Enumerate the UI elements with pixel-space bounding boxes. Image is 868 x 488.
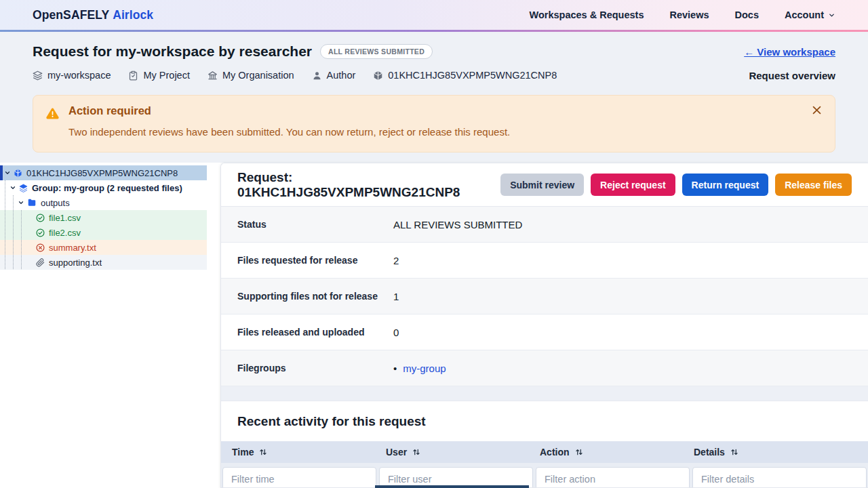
- tree-item-file2[interactable]: file2.csv: [0, 225, 207, 240]
- view-workspace-link[interactable]: ← View workspace: [744, 46, 835, 58]
- reject-request-button[interactable]: Reject request: [591, 174, 675, 196]
- bank-icon: [208, 70, 218, 81]
- nav-account-menu[interactable]: Account: [785, 9, 835, 20]
- close-icon: [811, 104, 823, 116]
- tree-indent-guide: [5, 180, 5, 269]
- detail-row-files-released: Files released and uploaded 0: [221, 314, 868, 350]
- nav-reviews[interactable]: Reviews: [669, 9, 709, 20]
- tree-item-summary[interactable]: summary.txt: [0, 240, 207, 255]
- tree-indent-guide: [21, 210, 22, 269]
- layers-icon: [19, 184, 28, 192]
- top-navbar: OpenSAFELYAirlock Workspaces & Requests …: [0, 0, 868, 30]
- detail-row-files-requested: Files requested for release 2: [221, 243, 868, 279]
- page-title: Request for my-workspace by researcher: [33, 43, 312, 60]
- brand-logo[interactable]: OpenSAFELYAirlock: [33, 8, 153, 22]
- column-header-user[interactable]: User: [375, 447, 529, 458]
- submit-review-button[interactable]: Submit review: [500, 174, 584, 196]
- return-request-button[interactable]: Return request: [682, 174, 769, 196]
- alert-message: Two independent reviews have been submit…: [68, 126, 510, 138]
- nav-account-label: Account: [785, 9, 824, 20]
- cube-icon: [14, 169, 22, 178]
- below-fold-row-fragment: [375, 485, 529, 488]
- alert-close-button[interactable]: [808, 101, 825, 119]
- activity-filter-row: [221, 463, 868, 488]
- request-overview-card: Request: 01KHC1HJG85VXPMP5WNG21CNP8 Subm…: [220, 163, 868, 488]
- alert-title: Action required: [68, 104, 151, 117]
- column-header-details[interactable]: Details: [683, 447, 868, 458]
- nav-workspaces-requests[interactable]: Workspaces & Requests: [530, 9, 644, 20]
- bullet: •: [393, 363, 397, 374]
- request-meta-row: my-workspace My Project My Organisation …: [33, 70, 557, 81]
- filter-action-input[interactable]: [536, 467, 690, 488]
- file-tree: 01KHC1HJG85VXPMP5WNG21CNP8 Group: my-gro…: [0, 165, 207, 270]
- chevron-down-icon: [828, 12, 835, 19]
- meta-author: Author: [312, 70, 356, 81]
- detail-row-filegroups: Filegroups •my-group: [221, 350, 868, 386]
- meta-project: My Project: [128, 70, 190, 81]
- cross-circle-icon: [36, 243, 45, 252]
- detail-row-status: Status ALL REVIEWS SUBMITTED: [221, 207, 868, 243]
- status-badge: ALL REVIEWS SUBMITTED: [320, 44, 433, 59]
- request-actions: Submit review Reject request Return requ…: [500, 174, 852, 196]
- activity-table-header: Time User Action Details: [221, 441, 868, 463]
- sort-icon: [730, 448, 738, 456]
- release-files-button[interactable]: Release files: [775, 174, 852, 196]
- filter-time-input[interactable]: [222, 467, 376, 488]
- check-circle-icon: [36, 228, 45, 237]
- chevron-down-icon: [9, 184, 16, 191]
- check-circle-icon: [36, 214, 45, 222]
- section-divider: [221, 386, 868, 401]
- sort-icon: [259, 448, 267, 456]
- folder-icon: [27, 198, 37, 207]
- detail-row-supporting-files: Supporting files not for release 1: [221, 279, 868, 314]
- request-heading: Request: 01KHC1HJG85VXPMP5WNG21CNP8: [237, 170, 500, 200]
- tree-item-outputs-folder[interactable]: outputs: [0, 195, 207, 210]
- chevron-down-icon: [18, 199, 24, 206]
- sort-icon: [575, 448, 583, 456]
- brand-part-airlock: Airlock: [113, 8, 153, 22]
- nav-docs[interactable]: Docs: [735, 9, 759, 20]
- recent-activity-heading: Recent activity for this request: [237, 414, 426, 429]
- sort-icon: [412, 448, 420, 456]
- brand-part-opensafely: OpenSAFELY: [33, 8, 109, 22]
- column-header-action[interactable]: Action: [529, 447, 683, 458]
- tree-item-file1[interactable]: file1.csv: [0, 210, 207, 225]
- nav-items: Workspaces & Requests Reviews Docs Accou…: [530, 9, 835, 20]
- person-icon: [312, 70, 322, 81]
- meta-workspace: my-workspace: [33, 70, 111, 81]
- tree-indent-guide: [13, 195, 14, 269]
- airlock-app: OpenSAFELYAirlock Workspaces & Requests …: [0, 0, 868, 488]
- paperclip-icon: [36, 258, 45, 267]
- cube-icon: [373, 70, 383, 81]
- layers-icon: [33, 70, 43, 81]
- meta-request-id: 01KHC1HJG85VXPMP5WNG21CNP8: [373, 70, 557, 81]
- tree-item-supporting[interactable]: supporting.txt: [0, 255, 207, 270]
- chevron-down-icon: [4, 169, 11, 176]
- request-overview-label: Request overview: [749, 70, 835, 81]
- clipboard-icon: [128, 70, 138, 81]
- action-required-alert: Action required Two independent reviews …: [33, 95, 835, 152]
- warning-triangle-icon: [45, 106, 60, 121]
- column-header-time[interactable]: Time: [221, 447, 375, 458]
- meta-organisation: My Organisation: [208, 70, 294, 81]
- filegroup-link[interactable]: my-group: [403, 363, 446, 374]
- filter-details-input[interactable]: [692, 467, 867, 488]
- tree-item-group[interactable]: Group: my-group (2 requested files): [0, 180, 207, 195]
- tree-item-request-root[interactable]: 01KHC1HJG85VXPMP5WNG21CNP8: [0, 165, 207, 180]
